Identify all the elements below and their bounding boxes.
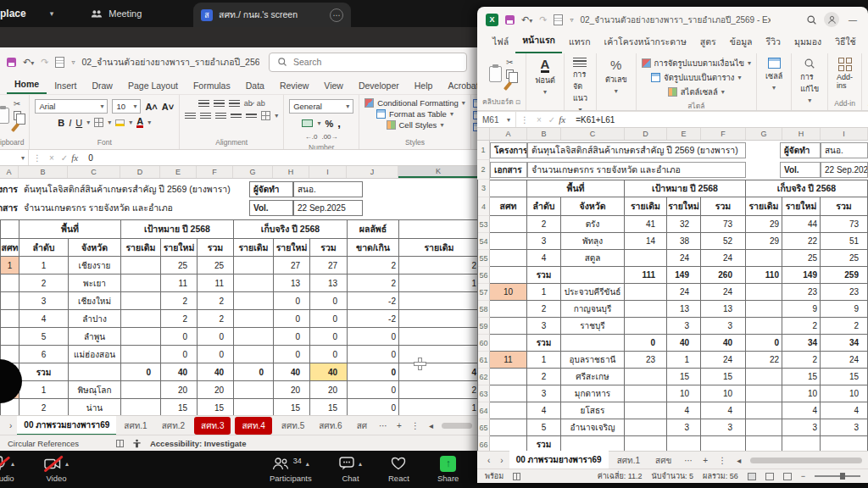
cell[interactable] <box>121 346 161 363</box>
row-number[interactable]: 62 <box>478 369 490 385</box>
cell[interactable]: รวม <box>527 436 561 451</box>
cell[interactable] <box>490 250 527 267</box>
cell[interactable] <box>490 402 527 419</box>
conditional-formatting-button[interactable]: การจัดรูปแบบตามเงื่อนไข▾ <box>642 57 751 69</box>
ribbon-tab-help[interactable]: Help <box>407 79 441 94</box>
cell[interactable]: 3 <box>782 419 821 436</box>
sheet-options[interactable]: ⋮ <box>407 421 424 430</box>
ribbon-tab-developer[interactable]: Developer <box>351 79 407 94</box>
cell[interactable]: 0 <box>274 328 310 346</box>
row-number[interactable]: 58 <box>478 301 490 318</box>
cell[interactable]: 15 <box>274 399 310 415</box>
column-header-G[interactable]: G <box>746 128 782 140</box>
cell[interactable] <box>821 436 868 451</box>
cell[interactable]: 2 <box>198 310 234 328</box>
cell[interactable]: เชียงราย <box>69 257 121 274</box>
cell[interactable]: 149 <box>667 267 701 284</box>
increase-indent-icon[interactable] <box>246 114 257 118</box>
column-header-C[interactable]: C <box>68 166 120 178</box>
doc-text-cell[interactable]: จำนวนเกษตรกร รายจังหวัด และอำเภอ <box>19 201 249 215</box>
cell-styles-button[interactable]: สไตล์เซลล์▾ <box>668 86 725 98</box>
cell[interactable]: 29 <box>746 216 782 233</box>
cell[interactable]: 10 <box>701 385 746 402</box>
share-button[interactable]: ↑ Share <box>437 455 459 483</box>
cell[interactable]: อุบลราชธานี <box>561 352 625 369</box>
project-label-cell[interactable]: โครงการ <box>0 179 19 199</box>
column-header-E[interactable]: E <box>160 166 197 178</box>
sheet-tab[interactable]: สศข <box>648 452 678 469</box>
cell[interactable] <box>121 257 161 274</box>
accessibility-label[interactable]: Accessibility: Investigate <box>150 439 247 448</box>
paste-icon[interactable] <box>0 108 9 124</box>
underline-button[interactable]: U <box>75 118 82 128</box>
cell[interactable]: 14 <box>625 233 667 250</box>
sheet-tab-active[interactable]: 00 ภาพรวมยางพารา69 <box>509 451 609 470</box>
cell[interactable] <box>561 436 625 451</box>
cell[interactable]: 24 <box>701 250 746 267</box>
sheet-tab[interactable]: สศท.5 <box>275 417 311 435</box>
column-header-K[interactable]: K <box>398 166 477 178</box>
cell[interactable] <box>121 274 161 292</box>
cell[interactable] <box>625 436 667 451</box>
font-button[interactable]: Aฟอนต์▾ <box>531 56 559 97</box>
cell[interactable]: 1 <box>527 352 561 369</box>
cell[interactable]: 2 <box>348 257 399 274</box>
format-painter-icon[interactable] <box>504 81 512 91</box>
percent-style-icon[interactable]: % <box>325 119 333 129</box>
cell[interactable] <box>490 233 527 250</box>
formula-value[interactable]: 0 <box>88 153 93 163</box>
alignment-button[interactable]: การจัดแนว▾ <box>570 56 591 111</box>
cell[interactable]: 4 <box>667 402 701 419</box>
cell[interactable]: 3 <box>19 292 69 310</box>
cell[interactable]: 3 <box>701 419 746 436</box>
cell[interactable]: 0 <box>310 346 348 363</box>
cell[interactable]: 20 <box>310 381 348 399</box>
ribbon-tab-insert[interactable]: Insert <box>47 79 84 94</box>
row-number[interactable]: 3 <box>478 180 490 197</box>
formula-value[interactable]: =K61+L61 <box>576 115 615 125</box>
cell[interactable]: 4 <box>527 250 561 267</box>
cell[interactable]: 0 <box>310 328 348 346</box>
cell[interactable]: 40 <box>701 335 746 352</box>
align-middle-icon[interactable] <box>214 100 225 107</box>
cell[interactable]: น่าน <box>69 399 121 415</box>
cell[interactable]: 73 <box>701 216 746 233</box>
cell[interactable]: 34 <box>782 335 821 352</box>
column-header-E[interactable]: E <box>667 128 701 140</box>
cell[interactable]: 40 <box>161 363 198 381</box>
cancel-icon[interactable]: × <box>46 153 58 163</box>
ribbon-tab-view[interactable]: View <box>316 79 351 94</box>
cell[interactable]: ลำพูน <box>69 328 121 346</box>
cell[interactable]: 1 <box>19 381 69 399</box>
column-header-I[interactable]: I <box>821 128 868 140</box>
cell[interactable] <box>625 301 667 318</box>
sheet-tab[interactable]: สศท.3 <box>194 417 231 435</box>
column-header-F[interactable]: F <box>701 128 746 140</box>
column-header-J[interactable]: J <box>347 166 398 178</box>
paste-icon[interactable] <box>489 66 502 82</box>
cell[interactable]: -2 <box>348 292 399 310</box>
cell[interactable] <box>746 385 782 402</box>
accounting-format-icon[interactable] <box>302 119 313 127</box>
cell[interactable]: 41 <box>625 216 667 233</box>
column-header-H[interactable]: H <box>782 128 821 140</box>
conditional-formatting-button[interactable]: Conditional Formatting▾ <box>364 98 465 108</box>
left-sheet-grid[interactable]: โครงการ ต้นทุนโลจิสติกส์สินค้าเกษตรสำคัญ… <box>0 179 477 415</box>
cell[interactable] <box>1 274 19 292</box>
vol-label-cell[interactable]: Vol. <box>249 200 293 216</box>
zoom-out-icon[interactable]: − <box>801 472 805 480</box>
author-value-cell[interactable]: สนอ. <box>293 181 363 197</box>
ribbon-tab-5[interactable]: ข้อมูล <box>723 32 760 53</box>
cell[interactable]: 110 <box>746 267 782 284</box>
cell[interactable] <box>561 267 625 284</box>
cell[interactable]: ยโสธร <box>561 402 625 419</box>
cell[interactable] <box>234 399 274 415</box>
cell[interactable] <box>746 419 782 436</box>
cell[interactable]: 2 <box>19 399 69 415</box>
cell[interactable]: 40 <box>198 363 234 381</box>
cell[interactable]: 22 <box>746 352 782 369</box>
format-as-table-button[interactable]: จัดรูปแบบเป็นตาราง▾ <box>651 71 741 84</box>
format-as-table-button[interactable]: Format as Table▾ <box>376 109 453 119</box>
ribbon-tab-review[interactable]: Review <box>272 79 316 94</box>
copy-icon[interactable] <box>14 111 21 120</box>
